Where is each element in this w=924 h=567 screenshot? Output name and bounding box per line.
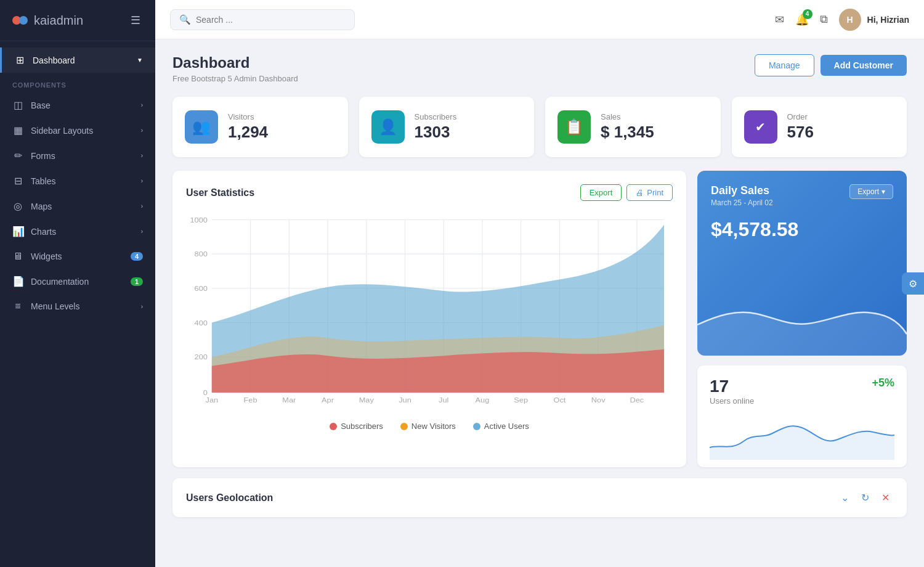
chart-legend: Subscribers New Visitors Active Users [186, 422, 673, 431]
topbar-actions: ✉ 🔔 4 ⧉ H Hi, Hizrian [775, 9, 909, 31]
svg-text:Mar: Mar [282, 396, 296, 404]
menu-levels-icon: ≡ [12, 301, 23, 312]
dashboard-arrow: ▼ [137, 57, 143, 63]
svg-text:1000: 1000 [190, 216, 208, 224]
sidebar-layouts-arrow: › [141, 127, 143, 134]
sales-value: $ 1,345 [601, 123, 654, 142]
user-greeting: Hi, Hizrian [867, 15, 909, 25]
mail-icon: ✉ [775, 14, 784, 26]
svg-text:400: 400 [195, 319, 208, 327]
users-online-count: 17 [710, 377, 754, 396]
geo-close-button[interactable]: ✕ [878, 491, 893, 505]
user-stats-svg: 1000 800 600 400 200 0 [186, 211, 673, 414]
subscribers-info: Subscribers 1303 [415, 112, 457, 142]
hamburger-button[interactable]: ☰ [128, 11, 143, 30]
svg-text:0: 0 [203, 389, 208, 397]
chart-export-button[interactable]: Export [580, 184, 622, 201]
widgets-icon: 🖥 [12, 251, 23, 262]
user-profile[interactable]: H Hi, Hizrian [839, 9, 909, 31]
sidebar-item-tables[interactable]: ⊟ Tables › [0, 168, 155, 194]
print-icon: 🖨 [636, 188, 644, 197]
legend-label-subscribers: Subscribers [341, 422, 383, 431]
svg-text:Nov: Nov [591, 396, 606, 404]
stat-card-sales: 📋 Sales $ 1,345 [545, 97, 721, 157]
legend-dot-subscribers [330, 423, 337, 430]
user-statistics-card: User Statistics Export 🖨 Print 1000 800 [172, 171, 686, 467]
sidebar-item-base[interactable]: ◫ Base › [0, 92, 155, 118]
base-icon: ◫ [12, 99, 23, 111]
chart-print-button[interactable]: 🖨 Print [626, 184, 673, 201]
search-input[interactable] [196, 15, 346, 25]
sidebar-item-label-maps: Maps [31, 202, 52, 211]
notifications-button[interactable]: 🔔 4 [795, 13, 809, 27]
chart-actions: Export 🖨 Print [580, 184, 673, 201]
floating-gear-button[interactable]: ⚙ [902, 272, 924, 295]
users-online-svg [710, 410, 894, 460]
order-label: Order [787, 112, 814, 121]
svg-text:Sep: Sep [514, 396, 528, 404]
svg-text:Apr: Apr [322, 396, 334, 404]
geo-refresh-button[interactable]: ↻ [857, 491, 873, 505]
sidebar-item-label-documentation: Documentation [31, 277, 89, 287]
main-area: 🔍 ✉ 🔔 4 ⧉ H Hi, Hizrian [155, 0, 924, 567]
geo-title: Users Geolocation [186, 492, 273, 504]
order-icon: ✔ [755, 120, 766, 134]
svg-text:Dec: Dec [630, 396, 644, 404]
sidebar-item-charts[interactable]: 📊 Charts › [0, 219, 155, 244]
sidebar-item-menu-levels[interactable]: ≡ Menu Levels › [0, 294, 155, 319]
dashboard-icon: ⊞ [14, 54, 25, 66]
sidebar-item-label-sidebar-layouts: Sidebar Layouts [31, 126, 93, 136]
documentation-icon: 📄 [12, 275, 23, 287]
svg-text:Jul: Jul [439, 396, 448, 404]
sales-label: Sales [601, 112, 654, 121]
svg-text:Oct: Oct [554, 396, 567, 404]
add-customer-button[interactable]: Add Customer [821, 55, 907, 76]
sidebar-item-documentation[interactable]: 📄 Documentation 1 [0, 269, 155, 294]
sidebar-item-widgets[interactable]: 🖥 Widgets 4 [0, 244, 155, 269]
visitors-label: Visitors [228, 112, 268, 121]
page-subtitle: Free Bootstrap 5 Admin Dashboard [172, 74, 298, 83]
gear-icon: ⚙ [909, 278, 917, 290]
sidebar: kaiadmin ☰ ⊞ Dashboard ▼ COMPONENTS ◫ Ba… [0, 0, 155, 567]
svg-text:Feb: Feb [244, 396, 257, 404]
sales-info: Sales $ 1,345 [601, 112, 654, 142]
stat-card-visitors: 👥 Visitors 1,294 [172, 97, 348, 157]
page-title-area: Dashboard Free Bootstrap 5 Admin Dashboa… [172, 54, 298, 83]
sidebar-logo-area: kaiadmin ☰ [0, 0, 155, 41]
logo-admin: admin [50, 14, 83, 27]
svg-text:May: May [359, 396, 375, 404]
sidebar-item-forms[interactable]: ✏ Forms › [0, 143, 155, 168]
charts-arrow: › [141, 228, 143, 235]
refresh-icon: ↻ [861, 492, 869, 503]
subscribers-value: 1303 [415, 123, 457, 142]
page-header: Dashboard Free Bootstrap 5 Admin Dashboa… [172, 54, 907, 83]
layers-button[interactable]: ⧉ [820, 13, 828, 26]
mail-button[interactable]: ✉ [775, 13, 784, 27]
sidebar-item-dashboard[interactable]: ⊞ Dashboard ▼ [0, 47, 155, 73]
search-box[interactable]: 🔍 [170, 9, 355, 30]
daily-sales-card: Daily Sales March 25 - April 02 Export ▾… [697, 171, 907, 356]
charts-icon: 📊 [12, 226, 23, 237]
stat-card-order: ✔ Order 576 [732, 97, 907, 157]
legend-dot-new-visitors [400, 423, 408, 430]
geo-card: Users Geolocation ⌄ ↻ ✕ [172, 478, 907, 517]
content-area: Dashboard Free Bootstrap 5 Admin Dashboa… [155, 39, 924, 567]
sales-icon: 📋 [565, 118, 583, 136]
manage-button[interactable]: Manage [755, 54, 814, 76]
sidebar-item-maps[interactable]: ◎ Maps › [0, 194, 155, 219]
daily-sales-chart-area [697, 282, 907, 356]
sidebar-item-sidebar-layouts[interactable]: ▦ Sidebar Layouts › [0, 118, 155, 143]
svg-text:Jun: Jun [399, 396, 411, 404]
tables-arrow: › [141, 177, 143, 184]
menu-levels-arrow: › [141, 303, 143, 310]
geo-chevron-button[interactable]: ⌄ [837, 491, 853, 505]
stats-grid: 👥 Visitors 1,294 👤 Subscribers 1303 📋 [172, 97, 907, 157]
svg-text:600: 600 [195, 285, 208, 293]
tables-icon: ⊟ [12, 175, 23, 187]
users-online-card: 17 Users online +5% [697, 365, 907, 467]
sidebar-item-label-dashboard: Dashboard [33, 55, 75, 65]
subscribers-label: Subscribers [415, 112, 457, 121]
daily-sales-export-arrow: ▾ [881, 187, 885, 196]
daily-sales-export-button[interactable]: Export ▾ [849, 184, 893, 199]
visitors-info: Visitors 1,294 [228, 112, 268, 142]
